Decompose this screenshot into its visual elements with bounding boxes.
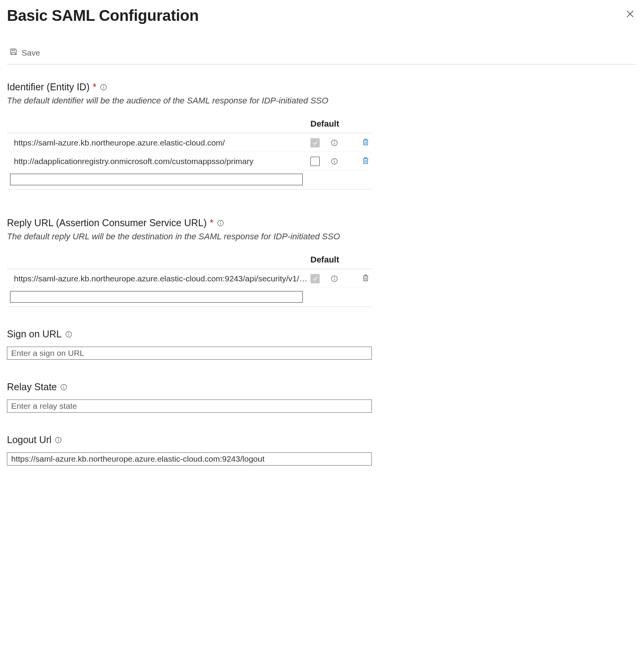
identifier-label-text: Identifier (Entity ID)	[7, 81, 90, 93]
info-icon[interactable]	[54, 436, 62, 444]
relay-state-label-text: Relay State	[7, 381, 57, 393]
delete-button[interactable]	[361, 156, 370, 167]
delete-button	[361, 273, 370, 284]
identifier-value: http://adapplicationregistry.onmicrosoft…	[7, 157, 310, 166]
info-icon[interactable]	[60, 383, 68, 391]
table-row: https://saml-azure.kb.northeurope.azure.…	[7, 269, 372, 288]
default-checkbox[interactable]	[310, 157, 320, 166]
close-button[interactable]	[623, 7, 637, 22]
svg-point-33	[58, 438, 59, 438]
save-button[interactable]: Save	[7, 47, 42, 59]
required-asterisk: *	[93, 81, 97, 93]
svg-point-27	[68, 332, 69, 333]
svg-point-30	[64, 385, 64, 386]
identifier-label: Identifier (Entity ID) *	[7, 81, 637, 93]
reply-url-grid: Default https://saml-azure.kb.northeurop…	[7, 252, 372, 307]
sign-on-url-input[interactable]	[7, 347, 372, 360]
reply-url-description: The default reply URL will be the destin…	[7, 232, 637, 242]
svg-point-14	[334, 159, 335, 160]
info-icon[interactable]	[217, 219, 224, 227]
identifier-new-input[interactable]	[10, 174, 303, 185]
reply-url-default-header: Default	[310, 255, 339, 265]
table-row: https://saml-azure.kb.northeurope.azure.…	[7, 133, 372, 152]
info-icon[interactable]	[100, 83, 107, 91]
identifier-grid: Default https://saml-azure.kb.northeurop…	[7, 117, 372, 190]
reply-url-add-row	[7, 288, 372, 306]
svg-rect-2	[12, 52, 15, 55]
trash-icon	[362, 160, 369, 166]
info-icon[interactable]	[330, 139, 338, 147]
save-label: Save	[22, 48, 40, 58]
info-icon[interactable]	[330, 275, 338, 283]
identifier-section: Identifier (Entity ID) * The default ide…	[7, 81, 637, 190]
svg-point-6	[103, 85, 103, 86]
logout-url-section: Logout Url	[7, 434, 637, 466]
sign-on-url-section: Sign on URL	[7, 328, 637, 360]
relay-state-input[interactable]	[7, 400, 372, 413]
svg-point-9	[334, 141, 335, 141]
identifier-default-header: Default	[310, 119, 339, 129]
logout-url-input[interactable]	[7, 452, 372, 466]
logout-url-label-text: Logout Url	[7, 434, 51, 445]
sign-on-url-label-text: Sign on URL	[7, 328, 62, 340]
identifier-value: https://saml-azure.kb.northeurope.azure.…	[7, 138, 310, 147]
page-title: Basic SAML Configuration	[7, 7, 199, 24]
svg-point-19	[220, 221, 221, 222]
svg-point-22	[334, 277, 335, 277]
required-asterisk: *	[210, 217, 214, 229]
default-checkbox[interactable]	[310, 274, 320, 283]
relay-state-label: Relay State	[7, 381, 637, 393]
save-icon	[9, 47, 18, 58]
info-icon[interactable]	[65, 330, 73, 338]
reply-url-new-input[interactable]	[10, 291, 303, 303]
info-icon[interactable]	[330, 157, 338, 165]
reply-url-value: https://saml-azure.kb.northeurope.azure.…	[7, 274, 310, 283]
default-checkbox[interactable]	[310, 138, 320, 147]
trash-icon	[362, 278, 369, 283]
reply-url-section: Reply URL (Assertion Consumer Service UR…	[7, 217, 637, 307]
identifier-description: The default identifier will be the audie…	[7, 96, 637, 106]
toolbar: Save	[7, 47, 637, 64]
reply-url-label: Reply URL (Assertion Consumer Service UR…	[7, 217, 637, 229]
reply-url-label-text: Reply URL (Assertion Consumer Service UR…	[7, 217, 207, 229]
relay-state-section: Relay State	[7, 381, 637, 413]
table-row: http://adapplicationregistry.onmicrosoft…	[7, 152, 372, 170]
sign-on-url-label: Sign on URL	[7, 328, 637, 340]
close-icon	[625, 14, 635, 20]
delete-button[interactable]	[361, 137, 370, 148]
trash-icon	[362, 142, 369, 147]
identifier-add-row	[7, 170, 372, 189]
logout-url-label: Logout Url	[7, 434, 637, 445]
svg-rect-3	[12, 49, 14, 51]
